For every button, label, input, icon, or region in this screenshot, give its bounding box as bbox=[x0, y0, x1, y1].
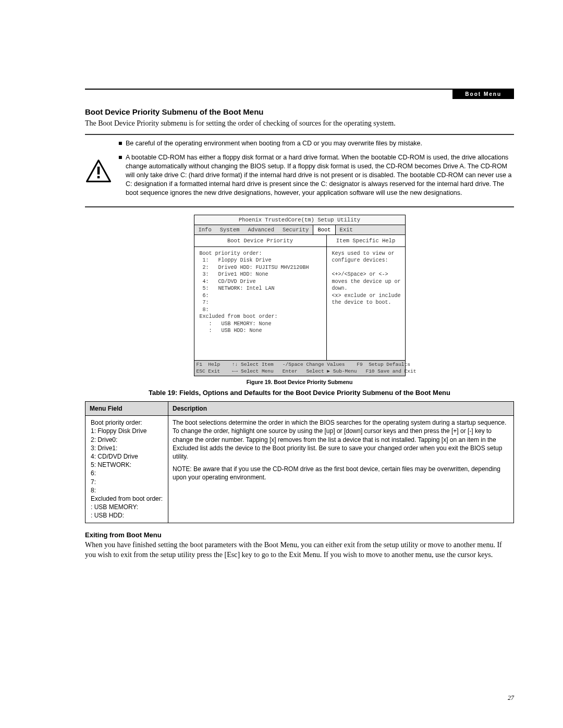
bios-tab-security: Security bbox=[278, 225, 313, 235]
document-page: Boot Menu Boot Device Priority Submenu o… bbox=[0, 0, 563, 728]
table-title: Table 19: Fields, Options and Defaults f… bbox=[85, 388, 514, 398]
cell-description: The boot selections determine the order … bbox=[168, 416, 514, 523]
warning-list: ■ Be careful of the operating environmen… bbox=[118, 139, 514, 202]
bios-title: Phoenix TrustedCore(tm) Setup Utility bbox=[194, 215, 405, 224]
warning-separator-bottom bbox=[85, 206, 514, 207]
bios-help-text: Keys used to view or configure devices: … bbox=[327, 247, 405, 310]
col-header-description: Description bbox=[168, 402, 514, 416]
warning-block: ■ Be careful of the operating environmen… bbox=[85, 139, 514, 202]
col-header-menu-field: Menu Field bbox=[85, 402, 168, 416]
bios-left-header: Boot Device Priority bbox=[194, 235, 326, 247]
bios-tab-boot: Boot bbox=[313, 225, 335, 235]
chapter-label: Boot Menu bbox=[452, 90, 514, 99]
warning-text: A bootable CD-ROM has either a floppy di… bbox=[126, 153, 514, 197]
bios-right-header: Item Specific Help bbox=[327, 235, 405, 247]
warning-text: Be careful of the operating environment … bbox=[126, 139, 422, 148]
section-heading: Boot Device Priority Submenu of the Boot… bbox=[85, 107, 514, 117]
top-rule bbox=[85, 89, 514, 90]
svg-rect-1 bbox=[97, 167, 100, 175]
exiting-heading: Exiting from Boot Menu bbox=[85, 530, 514, 540]
intro-paragraph: The Boot Device Priority submenu is for … bbox=[85, 119, 514, 129]
bios-tab-system: System bbox=[216, 225, 244, 235]
bios-tab-info: Info bbox=[194, 225, 216, 235]
warning-item: ■ A bootable CD-ROM has either a floppy … bbox=[118, 153, 514, 197]
cell-menu-field: Boot priority order: 1: Floppy Disk Driv… bbox=[85, 416, 168, 523]
bullet-icon: ■ bbox=[118, 153, 123, 197]
exiting-body: When you have finished setting the boot … bbox=[85, 540, 514, 560]
bios-tab-exit: Exit bbox=[336, 225, 357, 235]
description-para2: NOTE: Be aware that if you use the CD-RO… bbox=[173, 465, 509, 482]
warning-item: ■ Be careful of the operating environmen… bbox=[118, 139, 514, 148]
warning-icon bbox=[85, 139, 112, 202]
bios-panels: Boot Device Priority Boot priority order… bbox=[194, 235, 405, 361]
figure-caption: Figure 19. Boot Device Priority Submenu bbox=[85, 378, 514, 386]
bullet-icon: ■ bbox=[118, 139, 123, 148]
page-number: 27 bbox=[508, 694, 514, 702]
bios-right-panel: Item Specific Help Keys used to view or … bbox=[327, 235, 405, 360]
bios-tab-bar: Info System Advanced Security Boot Exit bbox=[194, 225, 405, 235]
options-table: Menu Field Description Boot priority ord… bbox=[85, 401, 514, 523]
bios-footer: F1 Help ↑↓ Select Item -/Space Change Va… bbox=[194, 361, 405, 376]
bios-screenshot: Phoenix TrustedCore(tm) Setup Utility In… bbox=[194, 215, 406, 376]
table-row: Boot priority order: 1: Floppy Disk Driv… bbox=[85, 416, 514, 523]
page-content: Boot Device Priority Submenu of the Boot… bbox=[85, 107, 514, 565]
bios-left-panel: Boot Device Priority Boot priority order… bbox=[194, 235, 327, 360]
warning-separator-top bbox=[85, 134, 514, 135]
svg-rect-2 bbox=[97, 176, 100, 179]
bios-tab-advanced: Advanced bbox=[244, 225, 278, 235]
bios-priority-list: Boot priority order: 1: Floppy Disk Driv… bbox=[194, 247, 326, 338]
description-para1: The boot selections determine the order … bbox=[173, 418, 509, 461]
